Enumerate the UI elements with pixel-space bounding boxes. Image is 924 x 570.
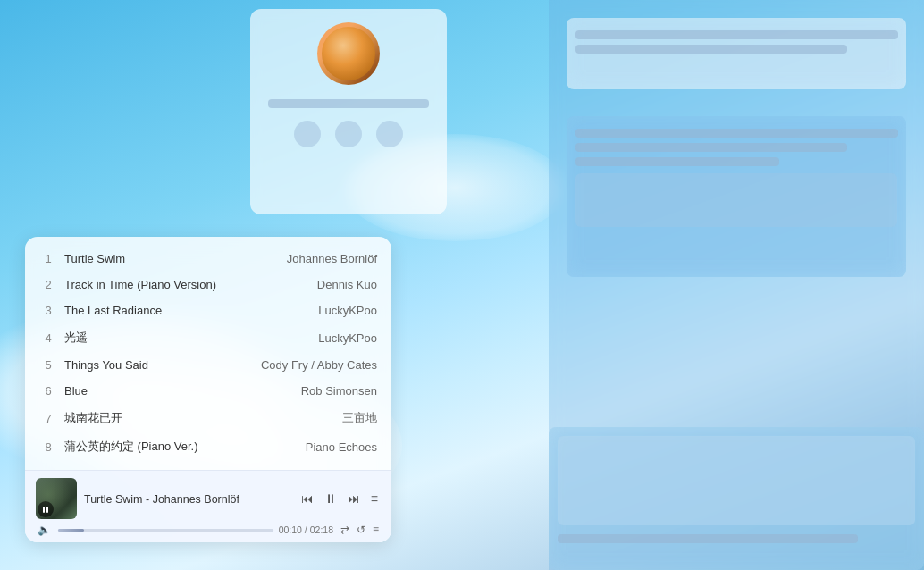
track-item[interactable]: 7城南花已开三亩地 [25, 404, 391, 432]
track-title: The Last Radiance [64, 304, 318, 317]
now-playing-info: Turtle Swim - Johannes Bornlöf [84, 490, 291, 507]
track-number: 4 [39, 331, 57, 345]
track-artist: Dennis Kuo [317, 278, 377, 291]
progress-bar[interactable] [58, 529, 273, 532]
album-thumbnail [36, 478, 77, 519]
right-panel [549, 0, 924, 570]
lyrics-button[interactable]: ≡ [371, 523, 381, 537]
track-number: 3 [39, 304, 57, 317]
pause-bar-right [46, 507, 48, 513]
progress-row: 🔈 00:10 / 02:18 ⇄ ↺ ≡ [36, 523, 381, 537]
track-item[interactable]: 5Things You SaidCody Fry / Abby Cates [25, 352, 391, 378]
track-number: 2 [39, 278, 57, 291]
player-card: 1Turtle SwimJohannes Bornlöf2Track in Ti… [25, 237, 391, 542]
track-artist: Piano Echoes [306, 440, 377, 454]
track-number: 5 [39, 358, 57, 372]
pause-button[interactable]: ⏸ [322, 490, 340, 507]
shuffle-button[interactable]: ⇄ [339, 523, 351, 537]
playlist-button[interactable]: ≡ [368, 490, 381, 507]
track-artist: LuckyKPoo [318, 331, 377, 345]
avatar [317, 22, 380, 85]
track-item[interactable]: 1Turtle SwimJohannes Bornlöf [25, 246, 391, 272]
track-artist: 三亩地 [342, 410, 377, 426]
pause-icon [43, 507, 48, 513]
track-number: 1 [39, 252, 57, 265]
separator: - [143, 493, 153, 506]
pause-bar-left [43, 507, 45, 513]
track-item[interactable]: 4光遥LuckyKPoo [25, 323, 391, 352]
extra-controls-right: ⇄ ↺ ≡ [339, 523, 381, 537]
progress-fill [58, 529, 84, 532]
track-number: 8 [39, 440, 57, 454]
track-artist: LuckyKPoo [318, 304, 377, 317]
track-item[interactable]: 6BlueRob Simonsen [25, 378, 391, 404]
track-title: Turtle Swim [64, 252, 287, 265]
now-playing-artist: Johannes Bornlöf [153, 493, 239, 506]
track-item[interactable]: 8蒲公英的约定 (Piano Ver.)Piano Echoes [25, 432, 391, 461]
track-artist: Cody Fry / Abby Cates [261, 358, 377, 372]
track-number: 6 [39, 384, 57, 398]
player-top-row: Turtle Swim - Johannes Bornlöf ⏮ ⏸ ⏭ ≡ [36, 478, 381, 519]
player-controls: Turtle Swim - Johannes Bornlöf ⏮ ⏸ ⏭ ≡ 🔈… [25, 470, 391, 542]
now-playing-title: Turtle Swim [84, 493, 143, 506]
next-button[interactable]: ⏭ [345, 490, 363, 507]
track-title: Things You Said [64, 358, 261, 372]
track-list: 1Turtle SwimJohannes Bornlöf2Track in Ti… [25, 237, 391, 470]
extra-controls-left: 🔈 [36, 523, 53, 537]
repeat-button[interactable]: ↺ [355, 523, 367, 537]
track-title: 城南花已开 [64, 410, 342, 426]
time-display: 00:10 / 02:18 [279, 524, 333, 535]
right-card-mid [567, 116, 906, 277]
pause-overlay [38, 501, 54, 517]
avatar-image [322, 27, 375, 80]
track-number: 7 [39, 412, 57, 425]
track-artist: Johannes Bornlöf [287, 252, 377, 265]
volume-button[interactable]: 🔈 [36, 523, 53, 537]
prev-button[interactable]: ⏮ [298, 490, 316, 507]
now-playing-name: Turtle Swim - Johannes Bornlöf [84, 493, 239, 506]
track-title: Track in Time (Piano Version) [64, 278, 317, 291]
track-artist: Rob Simonsen [301, 384, 377, 398]
track-title: Blue [64, 384, 301, 398]
control-buttons: ⏮ ⏸ ⏭ ≡ [298, 490, 381, 507]
right-card-top [567, 18, 906, 89]
right-card-bot [549, 427, 924, 570]
track-title: 光遥 [64, 330, 318, 346]
track-item[interactable]: 3The Last RadianceLuckyKPoo [25, 298, 391, 323]
track-item[interactable]: 2Track in Time (Piano Version)Dennis Kuo [25, 272, 391, 298]
track-title: 蒲公英的约定 (Piano Ver.) [64, 439, 306, 455]
center-profile-panel [250, 9, 447, 214]
